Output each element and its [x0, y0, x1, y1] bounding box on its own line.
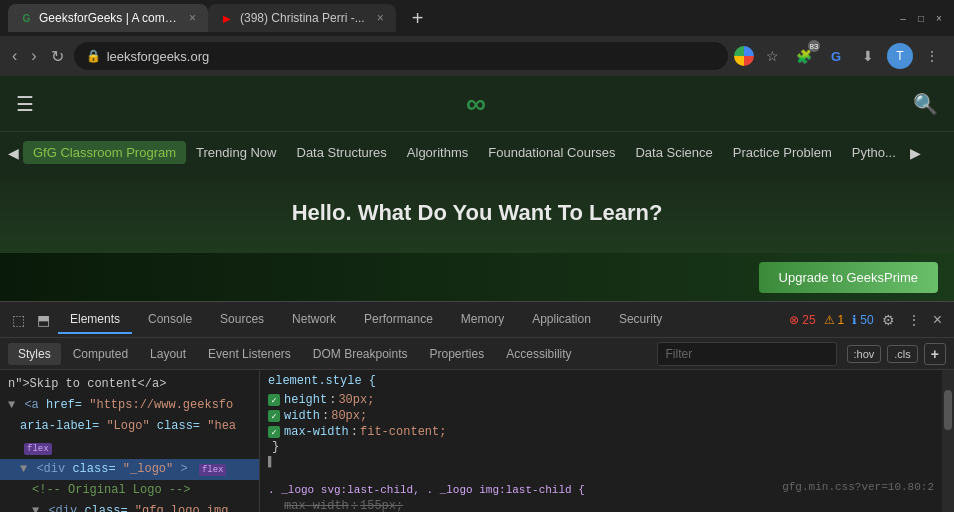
site-header: ☰ ∞ 🔍 ◀ GfG Classroom Program Trending N…	[0, 76, 954, 173]
error-count: ⊗25	[789, 313, 815, 327]
dom-panel: n">Skip to content</a> ▼ <a href= "https…	[0, 370, 260, 512]
hov-button[interactable]: :hov	[847, 345, 882, 363]
google-icon[interactable]	[734, 46, 754, 66]
tab-favicon-yt: ▶	[220, 11, 234, 25]
site-topbar: ☰ ∞ 🔍	[0, 76, 954, 131]
nav-item-classroom[interactable]: GfG Classroom Program	[23, 141, 186, 164]
subtab-event-listeners[interactable]: Event Listeners	[198, 343, 301, 365]
browser-chrome: G GeeksforGeeks | A compu... × ▶ (398) C…	[0, 0, 954, 76]
devtools-more-icon[interactable]: ⋮	[903, 308, 925, 332]
settings-icon[interactable]: T	[886, 42, 914, 70]
tab-application[interactable]: Application	[520, 306, 603, 334]
g-extension-icon[interactable]: G	[822, 42, 850, 70]
device-icon[interactable]: ⬒	[33, 308, 54, 332]
devtools-main: n">Skip to content</a> ▼ <a href= "https…	[0, 370, 954, 512]
style-rule-element: ✓ height : 30px; ✓ width : 80px; ✓ max-w…	[268, 392, 934, 470]
devtools-settings-icon[interactable]: ⚙	[878, 308, 899, 332]
nav-item-practice[interactable]: Practice Problem	[723, 141, 842, 164]
back-button[interactable]: ‹	[8, 43, 21, 69]
tab-close-yt[interactable]: ×	[377, 11, 384, 25]
address-bar[interactable]: 🔒 leeksforgeeks.org	[74, 42, 728, 70]
nav-item-foundational[interactable]: Foundational Courses	[478, 141, 625, 164]
tab-label-gfg: GeeksforGeeks | A compu...	[39, 11, 177, 25]
website-content: ☰ ∞ 🔍 ◀ GfG Classroom Program Trending N…	[0, 76, 954, 301]
tab-bar: G GeeksforGeeks | A compu... × ▶ (398) C…	[0, 0, 954, 36]
info-count: ℹ50	[852, 313, 873, 327]
scrollbar[interactable]	[942, 370, 954, 512]
add-style-button[interactable]: +	[924, 343, 946, 365]
warning-count: ⚠1	[824, 313, 845, 327]
lock-icon: 🔒	[86, 49, 101, 63]
style-line: ✓ width : 80px;	[268, 408, 934, 424]
extensions-icon[interactable]: 🧩 83	[790, 42, 818, 70]
tab-yt[interactable]: ▶ (398) Christina Perri -... ×	[208, 4, 396, 32]
subtab-layout[interactable]: Layout	[140, 343, 196, 365]
nav-item-trending[interactable]: Trending Now	[186, 141, 286, 164]
bookmark-icon[interactable]: ☆	[758, 42, 786, 70]
toolbar-icons: ☆ 🧩 83 G ⬇ T ⋮	[734, 42, 946, 70]
address-text: leeksforgeeks.org	[107, 49, 716, 64]
window-controls: – □ ×	[896, 11, 954, 25]
nav-item-data-structures[interactable]: Data Structures	[287, 141, 397, 164]
upgrade-button[interactable]: Upgrade to GeeksPrime	[759, 262, 938, 293]
nav-item-data-science[interactable]: Data Science	[625, 141, 722, 164]
subtab-computed[interactable]: Computed	[63, 343, 138, 365]
search-icon[interactable]: 🔍	[913, 92, 938, 116]
tab-network[interactable]: Network	[280, 306, 348, 334]
nav-prev-button[interactable]: ◀	[8, 145, 19, 161]
subtab-accessibility[interactable]: Accessibility	[496, 343, 581, 365]
tab-close-gfg[interactable]: ×	[189, 11, 196, 25]
site-logo: ∞	[466, 88, 488, 120]
devtools-close-button[interactable]: ×	[929, 307, 946, 333]
tab-gfg[interactable]: G GeeksforGeeks | A compu... ×	[8, 4, 208, 32]
reload-button[interactable]: ↻	[47, 43, 68, 70]
style-line: max-width : 155px;	[268, 498, 934, 512]
dom-line[interactable]: ▼ <a href= "https://www.geeksfo	[0, 395, 259, 416]
site-nav: ◀ GfG Classroom Program Trending Now Dat…	[0, 131, 954, 173]
new-tab-button[interactable]: +	[404, 4, 432, 32]
nav-item-algorithms[interactable]: Algorithms	[397, 141, 478, 164]
nav-item-python[interactable]: Pytho...	[842, 141, 906, 164]
tab-console[interactable]: Console	[136, 306, 204, 334]
menu-icon[interactable]: ⋮	[918, 42, 946, 70]
subtab-dom-breakpoints[interactable]: DOM Breakpoints	[303, 343, 418, 365]
browser-toolbar: ‹ › ↻ 🔒 leeksforgeeks.org ☆ 🧩 83 G ⬇ T ⋮	[0, 36, 954, 76]
dom-line[interactable]: flex	[0, 438, 259, 459]
nav-next-button[interactable]: ▶	[910, 145, 921, 161]
tab-elements[interactable]: Elements	[58, 306, 132, 334]
tab-memory[interactable]: Memory	[449, 306, 516, 334]
maximize-button[interactable]: □	[914, 11, 928, 25]
subtab-properties[interactable]: Properties	[420, 343, 495, 365]
element-style-header: element.style {	[268, 374, 934, 388]
minimize-button[interactable]: –	[896, 11, 910, 25]
avatar[interactable]: T	[887, 43, 913, 69]
cls-button[interactable]: .cls	[887, 345, 918, 363]
download-icon[interactable]: ⬇	[854, 42, 882, 70]
hero-heading: Hello. What Do You Want To Learn?	[292, 200, 663, 226]
close-button[interactable]: ×	[932, 11, 946, 25]
tab-performance[interactable]: Performance	[352, 306, 445, 334]
style-checkbox[interactable]: ✓	[268, 410, 280, 422]
style-checkbox[interactable]: ✓	[268, 394, 280, 406]
hamburger-menu[interactable]: ☰	[16, 92, 34, 116]
dom-line-selected[interactable]: ▼ <div class= "_logo" > flex	[0, 459, 259, 480]
devtools-status: ⊗25 ⚠1 ℹ50	[789, 313, 873, 327]
style-checkbox[interactable]: ✓	[268, 426, 280, 438]
dom-line[interactable]: n">Skip to content</a>	[0, 374, 259, 395]
scrollbar-thumb[interactable]	[944, 390, 952, 430]
styles-filter[interactable]: Filter	[657, 342, 837, 366]
tab-sources[interactable]: Sources	[208, 306, 276, 334]
style-rule-logo: . _logo svg:last-child, . _logo img:last…	[268, 476, 934, 512]
dom-line[interactable]: ▼ <div class= "gfg_logo img	[0, 501, 259, 512]
dom-line[interactable]: <!-- Original Logo -->	[0, 480, 259, 501]
devtools-subtabs: Styles Computed Layout Event Listeners D…	[0, 338, 954, 370]
cursor-indicator: ▌	[268, 456, 275, 468]
tab-security[interactable]: Security	[607, 306, 674, 334]
styles-panel: element.style { ✓ height : 30px; ✓ width…	[260, 370, 942, 512]
hero-section: Hello. What Do You Want To Learn?	[0, 173, 954, 253]
dom-line[interactable]: aria-label= "Logo" class= "hea	[0, 416, 259, 437]
devtools-toolbar: ⬚ ⬒ Elements Console Sources Network Per…	[0, 302, 954, 338]
inspect-icon[interactable]: ⬚	[8, 308, 29, 332]
forward-button[interactable]: ›	[27, 43, 40, 69]
subtab-styles[interactable]: Styles	[8, 343, 61, 365]
